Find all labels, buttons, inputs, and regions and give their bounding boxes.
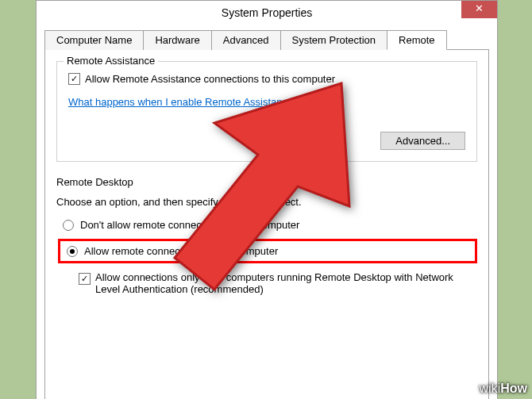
radio-dont-allow-label: Don't allow remote connections to this c… — [80, 219, 299, 231]
radio-allow-row[interactable]: Allow remote connections to this compute… — [58, 239, 477, 263]
tab-strip: Computer Name Hardware Advanced System P… — [44, 29, 489, 50]
nla-label: Allow connections only from computers ru… — [95, 271, 477, 295]
radio-dont-allow-row[interactable]: Don't allow remote connections to this c… — [63, 219, 477, 231]
radio-allow[interactable] — [67, 246, 78, 257]
titlebar: System Properties ✕ — [37, 1, 497, 25]
window-title: System Properties — [222, 6, 312, 19]
wikihow-watermark: wikiHow — [480, 382, 527, 396]
tab-body-remote: Remote Assistance ✓ Allow Remote Assista… — [44, 50, 489, 399]
ra-advanced-button[interactable]: Advanced... — [380, 132, 465, 150]
tab-container: Computer Name Hardware Advanced System P… — [44, 29, 489, 399]
tab-computer-name[interactable]: Computer Name — [44, 30, 144, 50]
remote-desktop-group: Remote Desktop Choose an option, and the… — [56, 176, 477, 295]
allow-ra-label: Allow Remote Assistance connections to t… — [85, 73, 335, 85]
nla-checkbox[interactable]: ✓ — [79, 273, 91, 285]
close-button[interactable]: ✕ — [461, 1, 497, 18]
tab-remote[interactable]: Remote — [387, 30, 447, 50]
close-icon: ✕ — [475, 2, 484, 14]
tab-advanced[interactable]: Advanced — [211, 30, 281, 50]
ra-help-link[interactable]: What happens when I enable Remote Assist… — [68, 96, 299, 108]
system-properties-window: System Properties ✕ Computer Name Hardwa… — [36, 0, 498, 399]
nla-checkbox-row[interactable]: ✓ Allow connections only from computers … — [79, 271, 477, 295]
remote-desktop-desc: Choose an option, and then specify who c… — [56, 196, 477, 208]
allow-ra-row[interactable]: ✓ Allow Remote Assistance connections to… — [68, 73, 465, 85]
radio-dont-allow[interactable] — [63, 220, 74, 231]
radio-allow-label: Allow remote connections to this compute… — [84, 245, 278, 257]
remote-assistance-legend: Remote Assistance — [64, 55, 158, 67]
allow-ra-checkbox[interactable]: ✓ — [68, 73, 80, 85]
remote-assistance-group: Remote Assistance ✓ Allow Remote Assista… — [56, 61, 477, 162]
tab-hardware[interactable]: Hardware — [143, 30, 211, 50]
remote-desktop-legend: Remote Desktop — [56, 176, 477, 188]
tab-system-protection[interactable]: System Protection — [280, 30, 388, 50]
